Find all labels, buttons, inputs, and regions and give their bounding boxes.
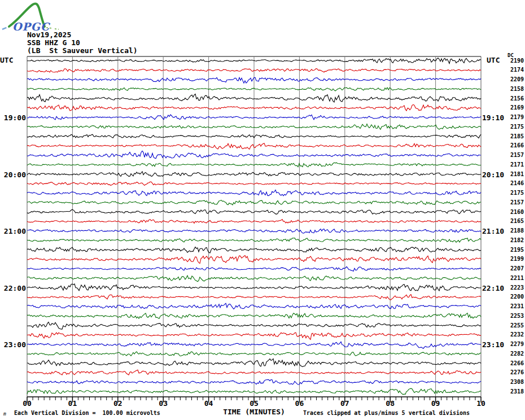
seismogram-plot: [0, 0, 525, 420]
dc-value: 2171: [506, 161, 524, 168]
helicorder-page: OPGC Nov19,2025 SSB HHZ G 10 (LB St Sauv…: [0, 0, 525, 420]
dc-value: 2308: [506, 379, 524, 385]
dc-value: 2165: [506, 218, 524, 224]
dc-value: 2199: [506, 256, 524, 262]
dc-value: 2253: [506, 313, 524, 319]
right-time-label: 19:10: [482, 113, 504, 122]
x-tick-label: 03: [159, 399, 168, 408]
dc-value: 2207: [506, 265, 524, 272]
x-tick-label: 07: [340, 399, 349, 408]
dc-value: 2169: [506, 104, 524, 111]
x-axis-title: TIME (MINUTES): [223, 408, 285, 416]
dc-value: 2211: [506, 275, 524, 281]
x-tick-label: 04: [204, 399, 213, 408]
right-time-label: 22:10: [482, 284, 504, 292]
dc-value: 2175: [506, 190, 524, 196]
dc-value: 2157: [506, 199, 524, 205]
x-tick-label: 08: [386, 399, 395, 408]
dc-value: 2174: [506, 67, 524, 73]
left-time-label: 20:00: [1, 170, 26, 179]
dc-value: 2185: [506, 133, 524, 139]
dc-value: 2146: [506, 180, 524, 186]
dc-value: 2200: [506, 294, 524, 300]
dc-value: 2276: [506, 369, 524, 375]
dc-value: 2160: [506, 209, 524, 215]
dc-value: 2188: [506, 228, 524, 234]
dc-value: 2195: [506, 247, 524, 253]
x-tick-label: 09: [431, 399, 440, 408]
dc-value: 2175: [506, 124, 524, 130]
left-time-label: 19:00: [1, 113, 26, 122]
left-time-label: 21:00: [1, 227, 26, 235]
dc-value: 2166: [506, 142, 524, 148]
dc-value: 2181: [506, 171, 524, 177]
dc-value: 2282: [506, 351, 524, 357]
dc-value: 2158: [506, 86, 524, 92]
x-tick-label: 05: [250, 399, 259, 408]
dc-value: 2209: [506, 76, 524, 82]
dc-value: 2157: [506, 152, 524, 158]
right-time-label: 23:10: [482, 340, 504, 349]
right-time-label: 20:10: [482, 170, 504, 179]
clip-note: Traces clipped at plus/minus 5 vertical …: [303, 410, 470, 416]
dc-value: 2255: [506, 322, 524, 329]
dc-value: 2190: [506, 58, 524, 64]
x-tick-label: 01: [68, 399, 77, 408]
left-time-label: 22:00: [1, 284, 26, 292]
dc-value: 2156: [506, 95, 524, 102]
x-tick-label: 00: [23, 399, 32, 408]
left-time-label: 23:00: [1, 340, 26, 349]
x-tick-label: 06: [295, 399, 304, 408]
dc-value: 2266: [506, 360, 524, 366]
dc-value: 2179: [506, 114, 524, 120]
scale-note: Each Vertical Division = 100.00 microvol…: [14, 410, 160, 416]
dc-value: 2232: [506, 331, 524, 338]
x-tick-label: 02: [113, 399, 123, 408]
x-tick-label: 10: [476, 399, 485, 408]
dc-value: 2279: [506, 341, 524, 347]
dc-value: 2182: [506, 237, 524, 243]
dc-value: 2318: [506, 388, 524, 395]
dc-value: 2231: [506, 303, 524, 309]
dc-value: 2223: [506, 285, 524, 291]
watermark-glyph: m: [3, 412, 6, 417]
right-time-label: 21:10: [482, 227, 504, 235]
